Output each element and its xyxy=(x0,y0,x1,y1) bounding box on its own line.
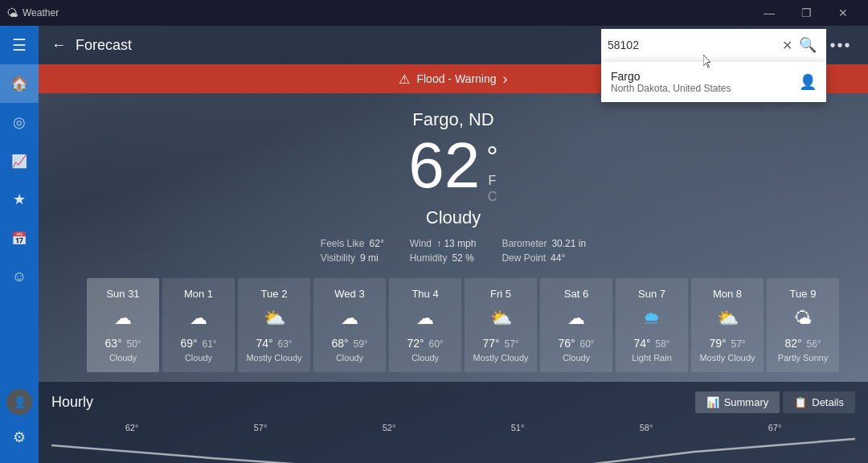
search-result-text: Fargo North Dakota, United States xyxy=(611,70,799,94)
sidebar-item-maps[interactable]: ◎ xyxy=(0,103,39,141)
app-title: Weather xyxy=(18,7,751,18)
warning-text: Flood - Warning xyxy=(416,72,496,85)
search-dropdown: Fargo North Dakota, United States 👤 xyxy=(601,61,826,102)
humidity: Humidity 52 % xyxy=(410,252,477,264)
forecast-low: 63° xyxy=(277,338,292,350)
forecast-weather-icon: ☁ xyxy=(547,306,606,330)
temp-symbols: ° F C xyxy=(486,133,497,204)
forecast-day-5[interactable]: Fri 5 ⛅ 77° 57° Mostly Cloudy xyxy=(465,278,537,372)
wind-value: ↑ 13 mph xyxy=(436,238,476,249)
hourly-header: Hourly 📊 Summary 📋 Details xyxy=(51,391,855,413)
wind-label: Wind xyxy=(410,238,432,249)
forecast-high: 76° xyxy=(558,337,575,350)
forecast-day-3[interactable]: Wed 3 ☁ 68° 59° Cloudy xyxy=(313,278,386,372)
temperature-value: 62 xyxy=(408,133,480,198)
search-box: ✕ 🔍 xyxy=(601,29,826,61)
forecast-day-7[interactable]: Sun 7 🌧 74° 58° Light Rain xyxy=(616,278,688,372)
forecast-temps: 82° 56° xyxy=(773,337,833,350)
feels-like: Feels Like 62° xyxy=(321,238,384,249)
forecast-condition: Mostly Cloudy xyxy=(244,353,304,363)
forecast-low: 56° xyxy=(806,338,821,350)
forecast-condition: Cloudy xyxy=(547,353,606,363)
warning-icon: ⚠ xyxy=(399,72,410,87)
forecast-day-6[interactable]: Sat 6 ☁ 76° 60° Cloudy xyxy=(540,278,612,372)
summary-button[interactable]: 📊 Summary xyxy=(695,391,780,413)
temp-label-0: 62° xyxy=(125,423,139,432)
forecast-high: 74° xyxy=(633,337,650,350)
search-result[interactable]: Fargo North Dakota, United States 👤 xyxy=(601,62,826,102)
forecast-day-name: Fri 5 xyxy=(471,288,530,300)
forecast-day-4[interactable]: Thu 4 ☁ 72° 60° Cloudy xyxy=(389,278,461,372)
forecast-high: 63° xyxy=(104,337,121,350)
forecast-day-name: Wed 3 xyxy=(320,288,379,300)
forecast-weather-icon: ☁ xyxy=(395,306,455,330)
search-input[interactable] xyxy=(608,39,779,51)
sidebar-item-account[interactable]: 👤 xyxy=(6,389,32,415)
details-button[interactable]: 📋 Details xyxy=(783,391,855,413)
forecast-day-9[interactable]: Tue 9 🌤 82° 56° Partly Sunny xyxy=(767,278,839,372)
forecast-temps: 63° 50° xyxy=(93,337,153,350)
search-result-location: North Dakota, United States xyxy=(611,83,799,94)
forecast-low: 57° xyxy=(504,338,518,350)
forecast-day-2[interactable]: Tue 2 ⛅ 74° 63° Mostly Cloudy xyxy=(238,278,310,372)
weather-details: Feels Like 62° Visibility 9 mi Wind ↑ 13… xyxy=(39,238,868,264)
wind: Wind ↑ 13 mph xyxy=(410,238,477,249)
fahrenheit-unit[interactable]: F xyxy=(486,174,497,188)
forecast-high: 82° xyxy=(784,337,801,350)
sidebar-item-home[interactable]: 🏠 xyxy=(0,64,39,103)
sidebar: ☰ 🏠 ◎ 📈 ★ 📅 ☺ 👤 ⚙ xyxy=(0,26,39,463)
forecast-strip: Sun 31 ☁ 63° 50° Cloudy Mon 1 ☁ 69° 61° … xyxy=(39,272,868,382)
sidebar-item-news[interactable]: ☺ xyxy=(0,257,39,296)
condition-text: Cloudy xyxy=(39,207,868,228)
chart-svg xyxy=(51,436,855,463)
temp-chart: 62°57°52°51°58°67° xyxy=(51,423,855,463)
city-name: Fargo, ND xyxy=(39,109,868,130)
visibility-label: Visibility xyxy=(321,252,355,264)
temp-labels: 62°57°52°51°58°67° xyxy=(51,423,855,432)
forecast-day-1[interactable]: Mon 1 ☁ 69° 61° Cloudy xyxy=(162,278,235,372)
forecast-weather-icon: 🌤 xyxy=(773,306,833,330)
detail-group-3: Barometer 30.21 in Dew Point 44° xyxy=(502,238,586,264)
forecast-weather-icon: ⛅ xyxy=(698,306,757,330)
hourly-title: Hourly xyxy=(51,394,93,411)
celsius-unit[interactable]: C xyxy=(486,190,497,204)
table-icon: 📋 xyxy=(794,396,807,408)
forecast-day-0[interactable]: Sun 31 ☁ 63° 50° Cloudy xyxy=(87,278,159,372)
warning-arrow-icon: › xyxy=(503,71,508,88)
window-controls: — ❐ ✕ xyxy=(751,0,862,26)
sidebar-item-menu[interactable]: ☰ xyxy=(0,26,39,64)
forecast-high: 79° xyxy=(709,337,726,350)
minimize-button[interactable]: — xyxy=(751,0,788,26)
sidebar-item-settings[interactable]: ⚙ xyxy=(0,418,39,457)
forecast-condition: Mostly Cloudy xyxy=(471,353,530,363)
close-button[interactable]: ✕ xyxy=(825,0,862,26)
back-button[interactable]: ← xyxy=(51,37,66,54)
forecast-condition: Cloudy xyxy=(320,353,379,363)
dew-point-label: Dew Point xyxy=(502,252,546,264)
forecast-day-name: Mon 8 xyxy=(698,288,757,300)
forecast-weather-icon: ⛅ xyxy=(244,306,304,330)
sidebar-item-favorites[interactable]: ★ xyxy=(0,180,39,219)
forecast-low: 61° xyxy=(202,338,216,350)
forecast-temps: 72° 60° xyxy=(395,337,455,350)
forecast-low: 60° xyxy=(428,338,443,350)
forecast-temps: 69° 61° xyxy=(169,337,228,350)
maximize-button[interactable]: ❐ xyxy=(788,0,825,26)
more-button[interactable]: ••• xyxy=(826,31,855,59)
forecast-day-name: Mon 1 xyxy=(169,288,228,300)
forecast-temps: 68° 59° xyxy=(320,337,379,350)
search-clear-button[interactable]: ✕ xyxy=(779,35,796,56)
chart-icon: 📊 xyxy=(706,396,719,408)
forecast-low: 58° xyxy=(655,338,669,350)
search-go-button[interactable]: 🔍 xyxy=(796,33,820,57)
forecast-weather-icon: ☁ xyxy=(93,306,153,330)
forecast-temps: 79° 57° xyxy=(698,337,757,350)
forecast-day-name: Sat 6 xyxy=(547,288,606,300)
forecast-temps: 74° 63° xyxy=(244,337,304,350)
forecast-day-8[interactable]: Mon 8 ⛅ 79° 57° Mostly Cloudy xyxy=(691,278,764,372)
forecast-low: 60° xyxy=(579,338,594,350)
forecast-high: 74° xyxy=(256,337,272,350)
forecast-weather-icon: ☁ xyxy=(169,306,228,330)
sidebar-item-calendar[interactable]: 📅 xyxy=(0,219,39,257)
sidebar-item-historical[interactable]: 📈 xyxy=(0,141,39,180)
